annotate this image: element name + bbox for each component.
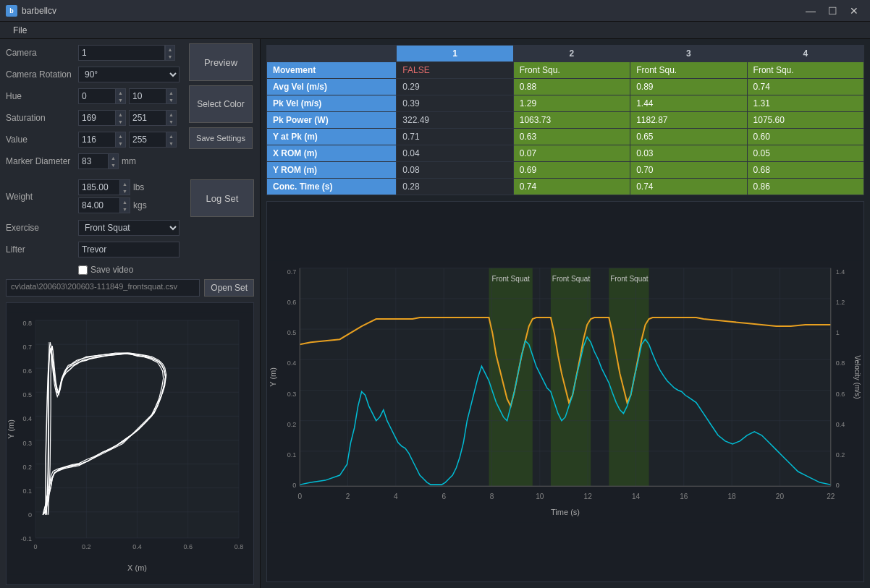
col-header-2[interactable]: 2 (513, 46, 630, 62)
hue-max-input[interactable] (130, 89, 166, 103)
yatpk-3: 0.65 (630, 129, 747, 145)
hue-max-spinner[interactable]: ▲ ▼ (129, 88, 177, 104)
camera-up[interactable]: ▲ (165, 46, 174, 53)
weight-lbs-input[interactable] (79, 180, 121, 195)
weight-lbs-spinner[interactable]: ▲ ▼ (78, 179, 130, 195)
marker-diameter-spinner[interactable]: ▲ ▼ (78, 153, 119, 169)
svg-text:0: 0 (836, 482, 840, 489)
camera-input[interactable] (78, 45, 165, 61)
sat-max-down[interactable]: ▼ (166, 118, 176, 125)
pkpower-1: 322.49 (397, 112, 513, 129)
open-set-button[interactable]: Open Set (204, 279, 254, 297)
svg-text:16: 16 (680, 493, 688, 500)
marker-diameter-down[interactable]: ▼ (108, 161, 118, 169)
svg-text:0.2: 0.2 (287, 421, 297, 428)
weight-lbs-up[interactable]: ▲ (119, 180, 130, 187)
movement-1: FALSE (397, 62, 513, 79)
camera-rotation-select[interactable]: 90° (78, 67, 180, 82)
val-max-up[interactable]: ▲ (166, 132, 176, 140)
svg-rect-38 (551, 268, 591, 486)
file-menu[interactable]: File (6, 24, 34, 37)
camera-row: Camera ▲ ▼ (6, 43, 183, 62)
svg-text:0.3: 0.3 (23, 440, 33, 447)
sat-min-arrows: ▲ ▼ (115, 111, 125, 125)
camera-spinner[interactable]: ▲ ▼ (165, 45, 175, 61)
camera-down[interactable]: ▼ (165, 53, 174, 60)
hue-max-down[interactable]: ▼ (166, 96, 176, 103)
app-icon: b (6, 5, 17, 17)
val-min-spinner[interactable]: ▲ ▼ (78, 132, 126, 148)
yrom-2: 0.69 (513, 162, 630, 179)
pkvel-3: 1.44 (630, 95, 747, 112)
saturation-spinners: ▲ ▼ ▲ ▼ (78, 110, 177, 126)
val-max-down[interactable]: ▼ (166, 140, 176, 147)
sat-max-input[interactable] (130, 111, 166, 125)
yatpk-1: 0.71 (397, 129, 513, 145)
val-min-down[interactable]: ▼ (115, 140, 125, 147)
select-color-button[interactable]: Select Color (189, 85, 253, 123)
svg-text:0.5: 0.5 (23, 391, 33, 399)
movement-4: Front Squ. (747, 62, 863, 79)
weight-kgs-spinner[interactable]: ▲ ▼ (78, 197, 130, 213)
val-min-up[interactable]: ▲ (115, 132, 125, 140)
weight-lbs-down[interactable]: ▼ (119, 187, 130, 195)
weight-kgs-up[interactable]: ▲ (119, 198, 130, 205)
svg-text:4: 4 (394, 493, 398, 500)
marker-unit: mm (122, 156, 136, 166)
right-panel: 1 2 3 4 Movement FALSE Front Squ. Front … (261, 39, 870, 588)
weight-kgs-down[interactable]: ▼ (119, 205, 130, 213)
exercise-row: Exercise Front Squat (0, 218, 260, 237)
pkpower-2: 1063.73 (513, 112, 630, 129)
hue-min-up[interactable]: ▲ (115, 89, 125, 96)
hue-min-down[interactable]: ▼ (115, 96, 125, 103)
col-header-3[interactable]: 3 (630, 46, 747, 62)
save-video-checkbox[interactable] (78, 265, 88, 275)
pkvel-4: 1.31 (747, 95, 863, 112)
hue-max-up[interactable]: ▲ (166, 89, 176, 96)
col-header-4[interactable]: 4 (747, 46, 863, 62)
marker-diameter-up[interactable]: ▲ (108, 154, 118, 161)
main-content: Camera ▲ ▼ Camera Rotation 90° (0, 39, 870, 588)
svg-text:8: 8 (490, 493, 494, 500)
svg-text:6: 6 (442, 493, 446, 500)
hue-min-spinner[interactable]: ▲ ▼ (78, 88, 126, 104)
pkpower-3: 1182.87 (630, 112, 747, 129)
left-panel: Camera ▲ ▼ Camera Rotation 90° (0, 39, 261, 588)
sat-min-down[interactable]: ▼ (115, 118, 125, 125)
svg-text:0: 0 (34, 543, 38, 550)
val-max-input[interactable] (130, 132, 166, 147)
sat-min-spinner[interactable]: ▲ ▼ (78, 110, 126, 126)
preview-button[interactable]: Preview (189, 43, 253, 81)
val-min-input[interactable] (79, 132, 115, 147)
avgvel-4: 0.74 (747, 79, 863, 95)
maximize-button[interactable]: ☐ (822, 2, 842, 20)
sat-max-up[interactable]: ▲ (166, 111, 176, 118)
sat-min-up[interactable]: ▲ (115, 111, 125, 118)
exercise-select[interactable]: Front Squat (78, 220, 180, 236)
col-header-1[interactable]: 1 (397, 46, 513, 62)
save-video-label[interactable]: Save video (78, 265, 254, 275)
log-set-button[interactable]: Log Set (190, 179, 254, 217)
xrom-2: 0.07 (513, 145, 630, 162)
lifter-input[interactable] (78, 242, 180, 257)
minimize-button[interactable]: — (801, 2, 821, 20)
hue-min-input[interactable] (79, 89, 115, 103)
weight-kgs-input[interactable] (79, 198, 121, 213)
svg-text:0.4: 0.4 (287, 359, 297, 367)
val-max-spinner[interactable]: ▲ ▼ (129, 132, 177, 148)
svg-text:0.8: 0.8 (235, 543, 244, 550)
val-min-arrows: ▲ ▼ (115, 132, 125, 147)
close-button[interactable]: ✕ (844, 2, 864, 20)
movement-3: Front Squ. (630, 62, 747, 79)
svg-text:Front Squat: Front Squat (610, 275, 649, 283)
file-path: cv\data\200603\200603-111849_frontsquat.… (6, 279, 200, 297)
svg-text:0.7: 0.7 (23, 344, 33, 351)
sat-max-spinner[interactable]: ▲ ▼ (129, 110, 177, 126)
pkvel-1: 0.39 (397, 95, 513, 112)
svg-text:1.4: 1.4 (836, 268, 845, 276)
save-settings-button[interactable]: Save Settings (189, 127, 253, 149)
sat-min-input[interactable] (79, 111, 115, 125)
yrom-3: 0.70 (630, 162, 747, 179)
svg-rect-37 (489, 268, 532, 486)
svg-text:Y (m): Y (m) (7, 419, 15, 439)
